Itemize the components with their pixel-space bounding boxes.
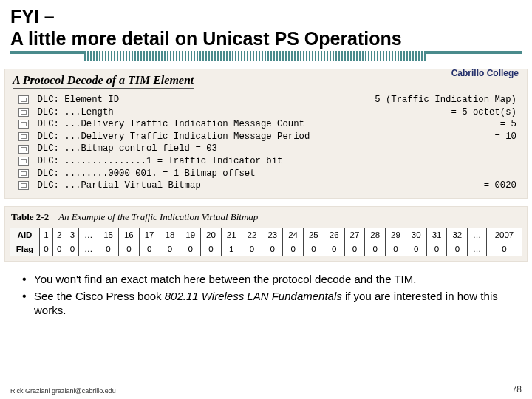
flag-cell: 0 [283,242,304,256]
flag-cell: 0 [447,242,468,256]
bullet-2: See the Cisco Press book 802.11 Wireless… [22,289,519,317]
flag-header: Flag [10,242,40,256]
decode-line: DLC: ...Partial Virtual Bitmap= 0020 [10,180,522,192]
aid-cell: 18 [160,228,180,242]
flag-cell: 0 [303,242,324,256]
aid-cell: 31 [426,228,447,242]
aid-cell: 3 [66,228,79,242]
aid-cell: 29 [386,228,406,242]
notes-list: You won't find an exact match here betwe… [0,262,532,318]
aid-cell: 23 [262,228,283,242]
aid-cell: 32 [447,228,468,242]
flag-cell: 0 [486,242,522,256]
aid-cell: 2007 [486,228,522,242]
aid-cell: 22 [242,228,262,242]
aid-header: AID [10,228,40,242]
table-label: Table 2-2 [11,211,49,222]
flag-cell: … [468,242,487,256]
title-line-1: FYI – [10,6,55,27]
decode-line: DLC: ...Length= 5 octet(s) [10,106,522,119]
aid-cell: 21 [221,228,242,242]
title-underline [10,51,522,64]
aid-cell: 2 [52,228,66,242]
flag-cell: 0 [242,242,262,256]
bullet-1: You won't find an exact match here betwe… [22,272,519,286]
flag-cell: 0 [201,242,222,256]
flag-cell: 0 [365,242,386,256]
flag-cell: 0 [139,242,160,256]
flag-cell: 0 [406,242,426,256]
bitmap-table-block: Table 2-2 An Example of the Traffic Indi… [4,206,528,262]
tree-node-icon [18,145,29,154]
flag-cell: 0 [118,242,139,256]
tree-node-icon [18,95,29,104]
aid-cell: 28 [365,228,386,242]
page-number: 78 [512,384,522,395]
flag-cell: 0 [386,242,406,256]
aid-cell: 24 [283,228,304,242]
decode-line: DLC: Element ID= 5 (Traffic Indication M… [10,94,522,106]
tree-node-icon [18,169,29,178]
flag-cell: 0 [344,242,365,256]
decode-line: DLC: ...Delivery Traffic Indication Mess… [10,131,522,143]
tree-node-icon [18,157,29,166]
flag-cell: 0 [180,242,201,256]
table-title: An Example of the Traffic Indication Vir… [58,211,258,222]
aid-cell: … [468,228,487,242]
tree-node-icon [18,108,29,117]
decode-line: DLC: ...Bitmap control field = 03 [10,143,522,155]
flag-cell: 0 [324,242,344,256]
aid-cell: … [79,228,98,242]
aid-cell: 25 [303,228,324,242]
slide-title: FYI – A little more detail on Unicast PS… [0,0,532,50]
decode-heading: A Protocol Decode of a TIM Element [13,74,194,89]
aid-cell: 26 [324,228,344,242]
flag-cell: 0 [426,242,447,256]
title-line-2: A little more detail on Unicast PS Opera… [10,28,402,49]
aid-cell: 27 [344,228,365,242]
tree-node-icon [18,181,29,190]
brand-label: Cabrillo College [451,68,519,78]
decode-line: DLC: ........0000 001. = 1 Bitmap offset [10,168,522,180]
flag-cell: … [79,242,98,256]
aid-cell: 30 [406,228,426,242]
tree-node-icon [18,120,29,129]
flag-cell: 0 [40,242,53,256]
bitmap-table: AID123…151617181920212223242526272829303… [10,228,522,256]
flag-cell: 0 [66,242,79,256]
aid-cell: 17 [139,228,160,242]
flag-cell: 0 [98,242,119,256]
aid-cell: 19 [180,228,201,242]
footer-author: Rick Graziani graziani@cabrillo.edu [10,387,116,395]
table-caption: Table 2-2 An Example of the Traffic Indi… [10,210,522,228]
flag-cell: 1 [221,242,242,256]
flag-cell: 0 [52,242,66,256]
flag-cell: 0 [262,242,283,256]
tree-node-icon [18,132,29,141]
decode-line: DLC: ...............1 = Traffic Indicato… [10,155,522,168]
aid-cell: 20 [201,228,222,242]
decode-line: DLC: ...Delivery Traffic Indication Mess… [10,118,522,131]
aid-cell: 1 [40,228,53,242]
aid-cell: 16 [118,228,139,242]
aid-cell: 15 [98,228,119,242]
flag-cell: 0 [160,242,180,256]
protocol-decode-block: A Protocol Decode of a TIM Element DLC: … [4,69,528,199]
